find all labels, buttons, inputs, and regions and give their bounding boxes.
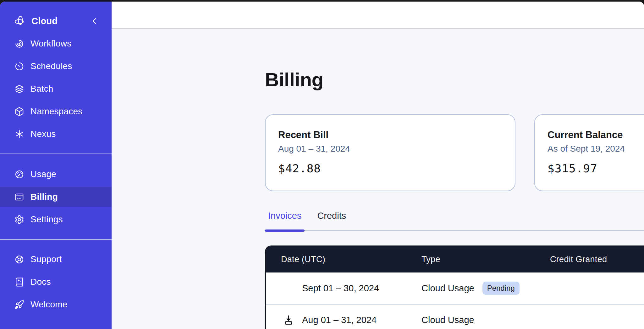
invoice-type: Cloud Usage (421, 283, 474, 294)
sidebar-item-label: Workflows (30, 39, 71, 49)
summary-cards-row: Recent Bill Aug 01 – 31, 2024 $42.88 Cur… (265, 114, 644, 191)
sidebar-item-usage[interactable]: Usage (0, 163, 112, 186)
main-area: Billing Recent Bill Aug 01 – 31, 2024 $4… (112, 2, 644, 329)
sidebar-item-label: Billing (30, 192, 58, 202)
sidebar-item-batch[interactable]: Batch (0, 78, 112, 100)
card-title: Recent Bill (278, 129, 502, 141)
invoice-date: Sept 01 – 30, 2024 (302, 283, 379, 294)
temporal-logo-icon (14, 16, 25, 26)
billing-page-content: Billing Recent Bill Aug 01 – 31, 2024 $4… (112, 29, 644, 329)
card-amount: $42.88 (278, 162, 502, 175)
usage-icon (14, 170, 24, 179)
cell-type: Cloud Usage (421, 315, 550, 325)
logo-label: Cloud (31, 16, 84, 26)
schedules-icon (14, 62, 24, 71)
invoices-table: Date (UTC) Type Credit Granted Sept 01 –… (265, 245, 644, 329)
status-badge: Pending (482, 282, 520, 295)
page-title: Billing (265, 69, 644, 90)
invoice-date: Aug 01 – 31, 2024 (302, 315, 377, 325)
card-period: Aug 01 – 31, 2024 (278, 144, 502, 154)
sidebar-item-support[interactable]: Support (0, 248, 112, 271)
nexus-icon (14, 129, 24, 139)
sidebar-divider (0, 154, 112, 154)
settings-gear-icon (14, 215, 24, 224)
tab-credits[interactable]: Credits (314, 211, 349, 230)
cell-type: Cloud Usage Pending (421, 282, 550, 295)
download-icon-slot (283, 315, 302, 325)
sidebar-collapse-button[interactable] (90, 17, 99, 25)
docs-book-icon (14, 277, 24, 287)
column-header-date: Date (UTC) (266, 255, 421, 264)
card-amount: $315.97 (548, 162, 644, 175)
sidebar-item-billing[interactable]: Billing (0, 187, 112, 207)
card-period: As of Sept 19, 2024 (548, 144, 644, 154)
namespaces-icon (14, 107, 24, 116)
welcome-rocket-icon (14, 300, 24, 310)
recent-bill-card: Recent Bill Aug 01 – 31, 2024 $42.88 (265, 114, 515, 191)
sidebar-item-label: Batch (30, 84, 53, 94)
sidebar-item-label: Settings (30, 214, 63, 224)
cell-date: Sept 01 – 30, 2024 (266, 283, 421, 294)
cell-date: Aug 01 – 31, 2024 (266, 315, 421, 325)
sidebar-item-label: Schedules (30, 61, 72, 71)
support-lifebuoy-icon (14, 255, 24, 264)
sidebar-item-label: Docs (30, 277, 51, 287)
app-frame: Cloud Workflows (0, 2, 644, 329)
current-balance-card: Current Balance As of Sept 19, 2024 $315… (534, 114, 644, 191)
sidebar-item-settings[interactable]: Settings (0, 208, 112, 231)
sidebar-item-label: Usage (30, 169, 56, 179)
sidebar: Cloud Workflows (0, 2, 112, 329)
top-header-bar (112, 2, 644, 29)
table-row: Aug 01 – 31, 2024 Cloud Usage (266, 304, 644, 329)
sidebar-item-schedules[interactable]: Schedules (0, 55, 112, 78)
tab-label: Credits (317, 211, 346, 221)
sidebar-item-namespaces[interactable]: Namespaces (0, 100, 112, 123)
table-header-row: Date (UTC) Type Credit Granted (266, 246, 644, 272)
sidebar-item-label: Nexus (30, 129, 56, 139)
column-header-credit-granted: Credit Granted (550, 255, 644, 264)
sidebar-item-label: Welcome (30, 299, 68, 310)
invoice-type: Cloud Usage (421, 315, 474, 325)
sidebar-item-label: Support (30, 254, 62, 264)
sidebar-divider (0, 239, 112, 240)
sidebar-header-cloud[interactable]: Cloud (0, 13, 112, 29)
column-header-type: Type (421, 255, 550, 264)
download-invoice-icon[interactable] (283, 315, 294, 325)
sidebar-nav-account: Usage Billing (0, 163, 112, 231)
tab-invoices[interactable]: Invoices (265, 211, 305, 230)
tab-label: Invoices (268, 211, 301, 221)
card-title: Current Balance (548, 129, 644, 141)
tab-bar: Invoices Credits (265, 211, 644, 231)
billing-icon (14, 192, 24, 202)
sidebar-item-nexus[interactable]: Nexus (0, 123, 112, 145)
sidebar-item-workflows[interactable]: Workflows (0, 32, 112, 55)
workflows-icon (14, 39, 24, 49)
sidebar-nav-footer: Support Docs (0, 248, 112, 316)
sidebar-item-docs[interactable]: Docs (0, 271, 112, 293)
sidebar-nav-main: Workflows Schedules (0, 32, 112, 145)
table-row: Sept 01 – 30, 2024 Cloud Usage Pending (266, 272, 644, 304)
sidebar-item-label: Namespaces (30, 106, 82, 116)
batch-icon (14, 84, 24, 94)
sidebar-item-welcome[interactable]: Welcome (0, 293, 112, 316)
